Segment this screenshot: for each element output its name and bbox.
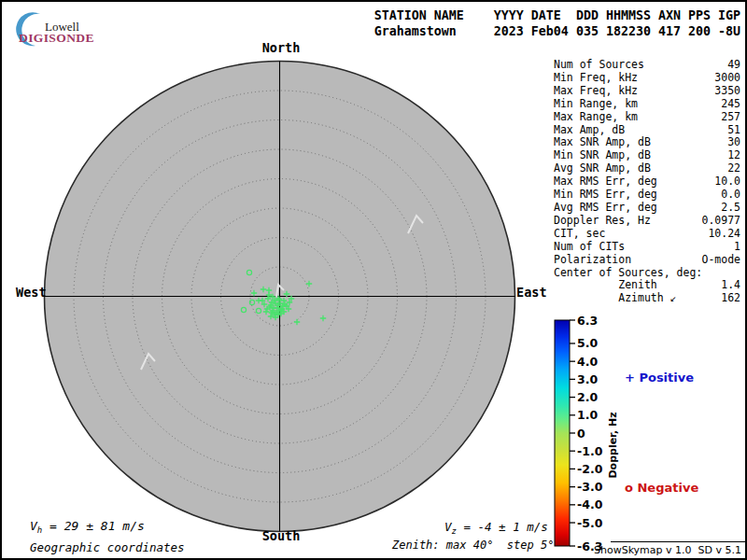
stats-label: Zenith [554, 279, 657, 292]
showskymap-window: Lowell DIGISONDE STATION NAME YYYY DATE … [0, 0, 747, 560]
stats-row: Avg RMS Err, deg2.5 [554, 202, 740, 215]
stats-row: CIT, sec10.24 [554, 228, 740, 241]
stats-row: Num of Sources49 [554, 59, 740, 72]
stats-label: Min Freq, kHz [554, 72, 638, 85]
stats-value: 0.0 [721, 189, 740, 202]
credit-divider [611, 541, 747, 542]
stats-row: Max SNR Amp, dB30 [554, 136, 740, 149]
stats-value: 162 [721, 292, 740, 305]
horizontal-velocity-label: Vh = 29 ± 81 m/s [30, 519, 145, 535]
stats-row: Azimuth ↙162 [554, 292, 740, 305]
stats-label: Min RMS Err, deg [554, 189, 657, 202]
stats-label: Max SNR Amp, dB [554, 136, 651, 149]
stats-row: Min SNR Amp, dB12 [554, 149, 740, 162]
stats-label: Min SNR Amp, dB [554, 149, 651, 162]
colorbar-tick-label: -2.0 [577, 462, 603, 476]
stats-row: Num of CITs1 [554, 241, 740, 254]
vertical-velocity-label: Vz = -4 ± 1 m/s [444, 520, 548, 536]
colorbar-tick-label: 4.0 [577, 355, 598, 369]
stats-row: Min Freq, kHz3000 [554, 72, 740, 85]
stats-value: 3350 [714, 85, 740, 98]
stats-label: Num of CITs [554, 241, 625, 254]
stats-value: 245 [721, 98, 740, 111]
colorbar-title: Doppler, Hz [607, 412, 619, 478]
stats-value: 30 [727, 136, 740, 149]
vz-symbol: V [444, 520, 452, 534]
stats-label: Num of Sources [554, 59, 644, 72]
colorbar-tick-label: -5.0 [577, 516, 603, 530]
stats-value: 257 [721, 111, 740, 124]
stats-label: Doppler Res, Hz [554, 215, 651, 228]
stats-label: Max Amp, dB [554, 124, 625, 137]
stats-row: Max Freq, kHz3350 [554, 85, 740, 98]
stats-row: PolarizationO-mode [554, 254, 740, 267]
colorbar-tick-label: 1.0 [577, 408, 598, 422]
stats-label: Azimuth ↙ [554, 292, 677, 305]
stats-label: Avg RMS Err, deg [554, 202, 657, 215]
colorbar-tick-label: 2.0 [577, 390, 598, 404]
stats-label: Avg SNR Amp, dB [554, 162, 651, 175]
colorbar-tick-label: -1.0 [577, 444, 603, 458]
stats-row: Center of Sources, deg: [554, 267, 740, 280]
stats-row: Zenith1.4 [554, 279, 740, 292]
stats-label: Max Freq, kHz [554, 85, 638, 98]
stats-row: Min RMS Err, deg0.0 [554, 189, 740, 202]
coordinates-mode-label: Geographic coordinates [30, 540, 185, 554]
stats-value: 49 [727, 59, 740, 72]
stats-panel: Num of Sources49Min Freq, kHz3000Max Fre… [554, 59, 740, 305]
colorbar-tick-label: 6.3 [577, 314, 598, 328]
stats-row: Min Range, km245 [554, 98, 740, 111]
stats-value: 22 [727, 162, 740, 175]
stats-value: 2.5 [721, 202, 740, 215]
colorbar-tick-label: 3.0 [577, 372, 598, 386]
colorbar-tick-label: -4.0 [577, 497, 603, 511]
doppler-colorbar [555, 320, 570, 546]
zenith-range-label: Zenith: max 40° step 5° [392, 539, 554, 552]
stats-value: 1 [734, 241, 740, 254]
vh-value: = 29 ± 81 m/s [42, 519, 145, 533]
stats-value: O-mode [701, 254, 740, 267]
stats-value: 1.4 [721, 279, 740, 292]
compass-south-label: South [262, 528, 301, 543]
stats-row: Max RMS Err, deg10.0 [554, 175, 740, 189]
colorbar-tick-label: -3.0 [577, 480, 603, 494]
stats-value: 0.0977 [701, 215, 740, 228]
stats-label: Min Range, km [554, 98, 638, 111]
colorbar-tick-label: 5.0 [577, 336, 598, 350]
stats-value: 12 [727, 149, 740, 162]
stats-label: Center of Sources, deg: [554, 267, 702, 280]
compass-north-label: North [262, 40, 301, 55]
vh-symbol: V [30, 519, 37, 533]
colorbar-tick-label: 0 [577, 427, 585, 441]
stats-value: 10.24 [708, 228, 740, 241]
stats-row: Max Range, km257 [554, 111, 740, 124]
stats-label: Max Range, km [554, 111, 638, 124]
compass-west-label: West [16, 285, 47, 300]
compass-east-label: East [516, 285, 547, 300]
vz-value: = -4 ± 1 m/s [457, 520, 548, 534]
stats-row: Doppler Res, Hz0.0977 [554, 215, 740, 228]
stats-label: CIT, sec [554, 228, 605, 241]
legend-negative: o Negative [625, 481, 698, 495]
stats-value: 51 [727, 124, 740, 137]
legend-positive: + Positive [625, 371, 694, 385]
stats-row: Max Amp, dB51 [554, 124, 740, 137]
stats-label: Max RMS Err, deg [554, 175, 657, 189]
version-credit: ShowSkymap v 1.0 SD v 5.1 [594, 544, 741, 556]
stats-value: 10.0 [714, 175, 740, 189]
stats-row: Avg SNR Amp, dB22 [554, 162, 740, 175]
stats-value: 3000 [714, 72, 740, 85]
stats-label: Polarization [554, 254, 631, 267]
